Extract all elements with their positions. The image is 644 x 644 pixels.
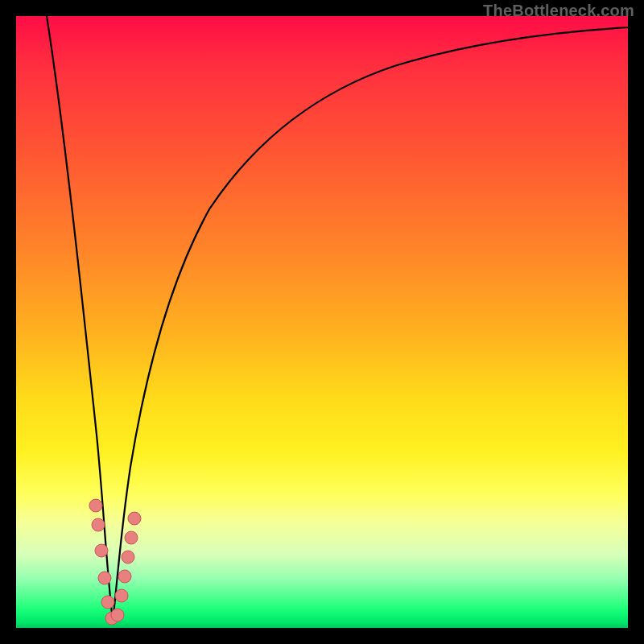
marker-dot <box>115 589 128 602</box>
marker-dot <box>128 512 141 525</box>
marker-dot <box>125 531 138 544</box>
chart-svg <box>16 16 628 628</box>
marker-dot <box>118 570 131 583</box>
marker-dot <box>98 572 111 584</box>
marker-dot <box>111 609 124 621</box>
bottleneck-curve <box>47 16 628 621</box>
marker-dot <box>92 518 105 531</box>
marker-dot <box>122 551 134 564</box>
marker-dot <box>95 544 108 557</box>
chart-frame: TheBottleneck.com <box>0 0 644 644</box>
marker-dot <box>101 596 114 609</box>
marker-dot <box>89 499 102 512</box>
watermark-text: TheBottleneck.com <box>483 2 634 20</box>
chart-plot-area <box>16 16 628 628</box>
